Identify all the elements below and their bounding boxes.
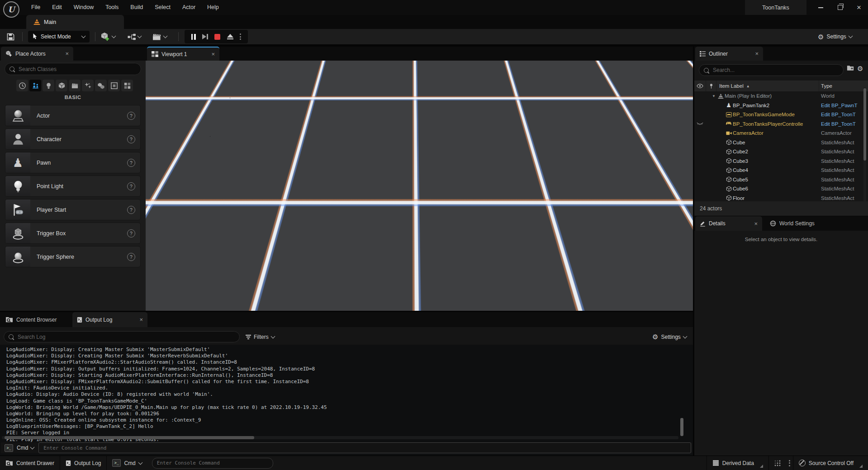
outliner-row[interactable]: Cube3 StaticMeshAct [694,157,868,166]
console-command-input[interactable] [39,445,691,451]
outliner-row-type[interactable]: World [821,93,864,99]
play-options-kebab-icon[interactable] [240,33,241,40]
stop-button[interactable] [214,34,220,40]
outliner-row-type[interactable]: StaticMeshAct [821,186,864,191]
outliner-row[interactable]: CameraActor CameraActor [694,128,868,138]
statusbar-console-input-box[interactable] [152,458,273,469]
place-actor-item-trigger-sphere[interactable]: Trigger Sphere ? [5,247,140,267]
add-actor-dropdown[interactable] [100,30,115,43]
menu-build[interactable]: Build [124,0,149,15]
outliner-row-type[interactable]: StaticMeshAct [821,167,864,173]
outliner-settings-button[interactable]: ⚙ [857,65,863,72]
close-icon[interactable]: × [65,50,69,57]
outliner-search-input[interactable] [712,66,839,74]
outliner-row[interactable]: Cube StaticMeshAct [694,138,868,147]
tab-outliner[interactable]: Outliner × [695,47,763,61]
row-visibility-gutter[interactable] [694,122,706,126]
outliner-row-type[interactable]: Edit BP_PawnT [821,103,864,108]
outliner-row[interactable]: BP_ToonTanksGameMode Edit BP_ToonT [694,110,868,119]
log-filters-dropdown[interactable]: Filters [246,331,275,342]
outliner-row-type[interactable]: StaticMeshAct [821,158,864,164]
menu-actor[interactable]: Actor [176,0,201,15]
tab-output-log[interactable]: Output Log × [72,312,147,327]
chevron-down-icon[interactable] [30,445,35,450]
menu-window[interactable]: Window [68,0,100,15]
statusbar-console-input[interactable] [152,460,273,466]
outliner-row[interactable]: Cube4 StaticMeshAct [694,166,868,175]
outliner-row[interactable]: BP_ToonTanksPlayerControlle Edit BP_Toon… [694,119,868,129]
category-basic-icon[interactable] [29,80,41,91]
close-button[interactable]: × [851,0,867,15]
tab-place-actors[interactable]: Place Actors × [1,47,73,61]
category-recent-icon[interactable] [16,80,28,91]
log-settings-dropdown[interactable]: ⚙ Settings [652,331,687,342]
category-volumes-icon[interactable] [108,80,120,91]
outliner-search[interactable] [699,64,844,76]
visibility-column-header[interactable] [694,81,706,91]
menu-help[interactable]: Help [201,0,225,15]
frame-skip-button[interactable] [202,34,208,39]
select-mode-dropdown[interactable]: Select Mode [28,31,90,43]
console-command-input-box[interactable] [38,442,691,453]
close-icon[interactable]: × [139,316,143,323]
toolbar-settings-dropdown[interactable]: ⚙ Settings [818,29,852,44]
cinematics-dropdown[interactable] [152,30,167,43]
category-visual-effects-icon[interactable] [82,80,94,91]
cmd-statusbar-dropdown[interactable]: >_ Cmd [107,456,147,470]
outliner-row[interactable]: Floor StaticMeshAct [694,194,868,202]
item-label-column-header[interactable]: Item Label ▲ [716,81,819,91]
cmd-dropdown-label[interactable]: Cmd [17,445,28,451]
category-shapes-icon[interactable] [56,80,67,91]
save-button[interactable] [4,30,17,43]
derived-data-button[interactable]: Derived Data [707,456,768,470]
outliner-row[interactable]: ♟ BP_PawnTank2 Edit BP_PawnT [694,101,868,110]
tab-content-browser[interactable]: Content Browser [0,312,62,327]
log-search-input[interactable] [17,333,235,341]
blueprints-dropdown[interactable] [128,30,141,43]
category-cinematic-icon[interactable] [69,80,81,91]
place-actors-search[interactable] [5,63,141,75]
create-folder-button[interactable] [847,65,854,71]
outliner-row-type[interactable]: Edit BP_ToonT [821,112,864,117]
menu-file[interactable]: File [25,0,46,15]
menu-tools[interactable]: Tools [100,0,124,15]
category-lights-icon[interactable] [43,80,54,91]
outliner-row[interactable]: Cube2 StaticMeshAct [694,147,868,157]
pin-column-header[interactable] [706,81,716,91]
log-vertical-scrollbar[interactable] [680,418,683,436]
insights-grid-button[interactable] [769,456,786,470]
place-actor-item-player-start[interactable]: Player Start ? [5,199,140,220]
outliner-row-type[interactable]: StaticMeshAct [821,195,864,201]
outliner-row-type[interactable]: Edit BP_ToonT [821,121,864,127]
menu-select[interactable]: Select [149,0,176,15]
source-control-button[interactable]: Source Control Off [793,456,868,470]
expander-icon[interactable]: ▾ [711,94,716,98]
eject-button[interactable] [227,34,233,40]
output-log-statusbar-button[interactable]: Output Log [60,456,106,470]
pause-button[interactable] [191,34,196,40]
minimize-button[interactable] [813,0,828,15]
tab-details[interactable]: Details × [695,216,762,231]
outliner-row-type[interactable]: CameraActor [821,130,864,136]
category-all-classes-icon[interactable] [121,80,133,91]
tab-viewport-1[interactable]: Viewport 1 × [147,47,219,61]
place-actor-item-actor[interactable]: Actor ? [5,105,140,126]
type-column-header[interactable]: Type [819,81,868,91]
close-icon[interactable]: × [755,50,759,57]
place-actor-item-trigger-box[interactable]: Trigger Box ? [5,223,140,243]
close-icon[interactable]: × [211,51,215,57]
place-actor-item-pawn[interactable]: ♟ Pawn ? [5,152,140,173]
maximize-button[interactable] [832,0,848,15]
close-icon[interactable]: × [754,220,758,227]
menu-edit[interactable]: Edit [46,0,68,15]
outliner-row[interactable]: Cube5 StaticMeshAct [694,175,868,185]
outliner-row-type[interactable]: StaticMeshAct [821,140,864,145]
tab-world-settings[interactable]: World Settings [764,216,820,231]
viewport-scene[interactable]: LIGHTING NEEDS TO BE REBUILT (1 unbuilt … [146,61,693,311]
place-actor-item-character[interactable]: Character ? [5,129,140,149]
log-horizontal-scrollbar[interactable] [2,436,678,439]
outliner-row-type[interactable]: StaticMeshAct [821,149,864,154]
outliner-row-type[interactable]: StaticMeshAct [821,177,864,182]
outliner-row[interactable]: Cube6 StaticMeshAct [694,184,868,194]
place-actors-search-input[interactable] [18,66,136,73]
